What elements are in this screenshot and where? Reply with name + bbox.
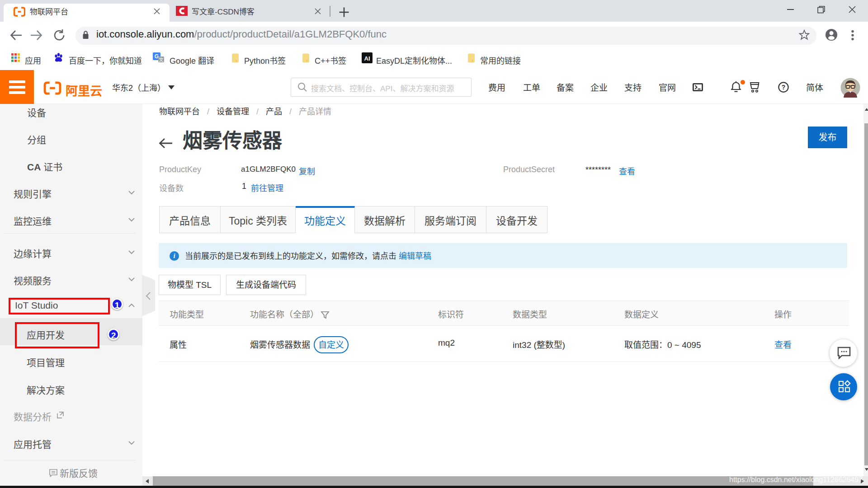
svg-text:文: 文 xyxy=(159,57,164,62)
svg-text:?: ? xyxy=(782,84,786,91)
svg-text:G: G xyxy=(155,53,159,60)
svg-text:AI: AI xyxy=(364,55,370,62)
